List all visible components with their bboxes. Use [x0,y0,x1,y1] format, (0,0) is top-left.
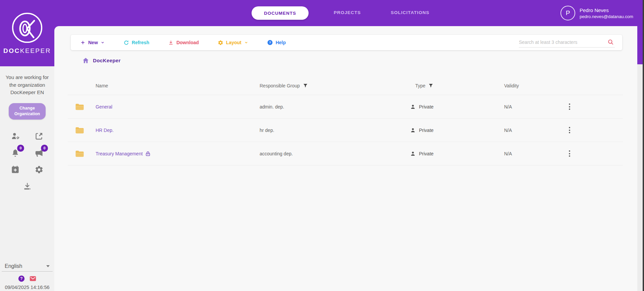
sidebar-bottom: English ? 09/04/2025 14:16:56 [0,263,54,291]
dockeeper-logo-icon [11,12,43,44]
avatar: P [560,6,575,20]
type-cell: Private [419,128,434,133]
layout-gear-icon [218,40,223,46]
settings-gear-icon[interactable] [35,165,44,174]
table-header-row: Name Responsible Group Type Validity [68,76,623,95]
layout-button-label: Layout [226,40,241,45]
layout-button[interactable]: Layout [218,40,248,46]
sidebar-icon-grid: 0 0 [0,132,54,191]
folder-name-link[interactable]: General [96,104,112,110]
validity-cell: N/A [500,151,564,156]
folder-icon [75,150,84,157]
row-menu-button[interactable] [567,101,572,112]
type-cell: Private [419,104,434,110]
person-icon [410,127,416,133]
new-button[interactable]: New [80,40,105,45]
language-label: English [5,263,22,269]
tab-documents[interactable]: DOCUMENTS [252,6,309,20]
notifications-badge: 0 [17,145,24,152]
help-button[interactable]: ? Help [267,40,286,46]
new-button-label: New [88,40,98,45]
announcements-megaphone-icon[interactable]: 0 [35,148,44,157]
content-area: New Refresh Download Layout ? [54,26,644,291]
contact-row: ? [0,275,54,282]
responsible-group-cell: hr dep. [256,128,406,133]
toolbar: New Refresh Download Layout ? [71,35,622,50]
column-header-type: Type [415,83,425,88]
chevron-down-icon [46,265,50,267]
main-column: DOCUMENTS PROJECTS SOLICITATIONS P Pedro… [54,0,644,291]
table-row[interactable]: Treasury Management accounting dep. Priv… [68,142,623,165]
divider [2,271,53,272]
table-row[interactable]: General admin. dep. Private N/A [68,95,623,119]
download-button[interactable]: Download [168,40,199,46]
share-icon[interactable] [35,132,44,141]
sidebar: DOCKEEPER You are working for the organi… [0,0,54,291]
brand-light: KEEPER [20,47,51,54]
refresh-button[interactable]: Refresh [123,40,149,46]
breadcrumb[interactable]: DocKeeper [82,57,121,64]
vertical-scrollbar[interactable] [637,0,643,291]
column-header-name: Name [96,83,108,88]
svg-text:?: ? [20,276,22,281]
filter-icon[interactable] [428,83,433,88]
row-menu-button[interactable] [567,125,572,135]
filter-icon[interactable] [303,83,308,88]
validity-cell: N/A [500,128,564,133]
refresh-button-label: Refresh [132,40,149,45]
table-row[interactable]: HR Dep. hr dep. Private N/A [68,119,623,142]
manage-users-icon[interactable] [11,132,20,141]
org-message: You are working for the organization Doc… [4,74,51,96]
responsible-group-cell: admin. dep. [256,104,406,110]
type-cell: Private [419,151,434,156]
chevron-down-icon [101,41,105,45]
mail-icon[interactable] [29,275,37,282]
home-icon [82,57,89,64]
brand-bold: DOC [3,47,20,54]
user-menu[interactable]: P Pedro Neves pedro.neves@datanau.com [560,6,633,20]
folder-icon [75,103,84,111]
chevron-down-icon [244,41,248,45]
logo-block: DOCKEEPER [0,0,54,66]
session-timestamp: 09/04/2025 14:16:56 [0,285,54,290]
tab-projects[interactable]: PROJECTS [334,10,361,15]
brand-text: DOCKEEPER [3,47,51,55]
sidebar-body: You are working for the organization Doc… [0,66,54,291]
announcements-badge: 0 [41,145,48,152]
documents-table: Name Responsible Group Type Validity [68,76,623,165]
download-button-label: Download [176,40,199,45]
download-icon [168,40,174,46]
breadcrumb-label: DocKeeper [93,58,121,63]
person-icon [410,104,416,110]
tab-solicitations[interactable]: SOLICITATIONS [391,10,429,15]
download-tray-icon[interactable] [23,182,32,191]
change-organization-button[interactable]: Change Organization [9,103,46,120]
app-window: DOCKEEPER You are working for the organi… [0,0,644,291]
lock-icon [145,151,151,157]
folder-icon [75,127,84,134]
refresh-icon [123,40,129,46]
search-icon[interactable] [607,39,614,46]
folder-name-link[interactable]: HR Dep. [96,128,114,133]
person-icon [410,151,416,157]
help-circle-icon[interactable]: ? [18,275,25,282]
folder-name-link[interactable]: Treasury Management [96,151,143,156]
responsible-group-cell: accounting dep. [256,151,406,156]
user-email: pedro.neves@datanau.com [580,14,633,19]
help-button-label: Help [276,40,286,45]
column-header-group: Responsible Group [260,83,300,88]
scrollbar-thumb[interactable] [637,0,643,64]
search-input[interactable] [519,38,603,47]
row-menu-button[interactable] [567,148,572,159]
language-select[interactable]: English [0,263,54,271]
user-name: Pedro Neves [580,7,633,13]
plus-icon [80,40,86,45]
search-field [519,38,615,48]
notifications-bell-icon[interactable]: 0 [11,148,20,157]
column-header-validity: Validity [504,83,519,88]
help-icon: ? [267,40,273,46]
svg-text:?: ? [269,41,271,44]
window-edge [643,0,644,291]
top-navigation-bar: DOCUMENTS PROJECTS SOLICITATIONS P Pedro… [54,0,644,26]
calendar-add-icon[interactable] [11,165,20,174]
